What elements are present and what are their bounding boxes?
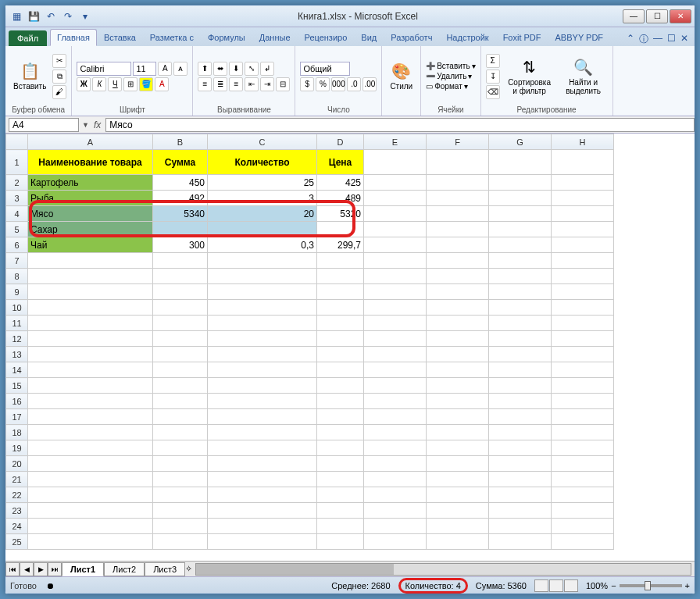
cell[interactable] — [364, 409, 427, 425]
cell[interactable] — [153, 269, 208, 284]
row-header[interactable]: 16 — [6, 394, 28, 409]
cell[interactable] — [208, 222, 317, 237]
cell[interactable] — [427, 253, 489, 269]
row-header[interactable]: 14 — [6, 362, 28, 378]
sheet-tab-1[interactable]: Лист1 — [62, 562, 104, 576]
row-header[interactable]: 7 — [6, 253, 28, 269]
horizontal-scrollbar[interactable] — [195, 563, 691, 576]
cell[interactable] — [489, 284, 552, 300]
cell[interactable] — [153, 362, 208, 378]
fill-icon[interactable]: ↧ — [486, 70, 500, 84]
cell[interactable] — [153, 300, 208, 316]
cell[interactable] — [153, 534, 208, 550]
cell[interactable] — [208, 519, 317, 534]
clear-icon[interactable]: ⌫ — [486, 85, 500, 99]
merge-icon[interactable]: ⊟ — [276, 77, 290, 91]
row-header[interactable]: 17 — [6, 409, 28, 425]
row-header[interactable]: 8 — [6, 269, 28, 284]
save-icon[interactable]: 💾 — [26, 9, 41, 24]
cell[interactable] — [364, 300, 427, 316]
cell[interactable] — [489, 503, 552, 519]
cell[interactable] — [208, 331, 317, 347]
cell[interactable] — [317, 331, 364, 347]
cell[interactable] — [208, 362, 317, 378]
cell[interactable] — [364, 456, 427, 472]
dec-decimal-icon[interactable]: .00 — [362, 77, 377, 91]
format-painter-icon[interactable]: 🖌 — [52, 85, 66, 99]
cell[interactable] — [317, 222, 364, 237]
row-header[interactable]: 11 — [6, 316, 28, 331]
format-cells-button[interactable]: ▭Формат ▾ — [426, 82, 475, 91]
undo-icon[interactable]: ↶ — [43, 9, 59, 24]
number-format-combo[interactable]: Общий — [300, 62, 350, 76]
zoom-out-icon[interactable]: − — [611, 581, 616, 590]
inc-decimal-icon[interactable]: .0 — [347, 77, 361, 91]
cell[interactable] — [552, 534, 614, 550]
cell[interactable] — [489, 534, 552, 550]
cell[interactable] — [317, 394, 364, 409]
cell[interactable] — [427, 394, 489, 409]
bold-button[interactable]: Ж — [77, 77, 91, 91]
minimize-ribbon-icon[interactable]: ⌃ — [627, 33, 634, 46]
align-middle-icon[interactable]: ⬌ — [213, 62, 227, 76]
autosum-icon[interactable]: Σ — [486, 54, 500, 68]
cell[interactable] — [317, 284, 364, 300]
doc-close-icon[interactable]: ✕ — [680, 33, 688, 46]
tab-formulas[interactable]: Формулы — [201, 29, 252, 46]
cell[interactable] — [153, 425, 208, 440]
row-header[interactable]: 25 — [6, 534, 28, 550]
cell[interactable] — [153, 487, 208, 503]
cell[interactable] — [153, 456, 208, 472]
cell[interactable] — [489, 175, 552, 191]
cell[interactable] — [489, 150, 552, 175]
cell[interactable] — [364, 440, 427, 456]
name-box[interactable]: A4 — [9, 118, 79, 132]
cell[interactable] — [153, 284, 208, 300]
cell[interactable] — [552, 222, 614, 237]
cell[interactable] — [28, 331, 153, 347]
cell[interactable] — [427, 331, 489, 347]
cell[interactable] — [489, 222, 552, 237]
view-normal-icon[interactable] — [534, 579, 548, 592]
cell[interactable]: Сумма — [153, 150, 208, 175]
sheet-last-icon[interactable]: ⏭ — [48, 562, 62, 576]
row-header[interactable]: 10 — [6, 300, 28, 316]
tab-abbyy[interactable]: ABBYY PDF — [548, 29, 611, 46]
cell[interactable] — [552, 425, 614, 440]
cell[interactable] — [489, 206, 552, 222]
align-top-icon[interactable]: ⬆ — [198, 62, 212, 76]
cell[interactable] — [208, 503, 317, 519]
underline-button[interactable]: Ч — [108, 77, 122, 91]
cell[interactable] — [208, 347, 317, 362]
cell[interactable] — [427, 269, 489, 284]
new-sheet-icon[interactable]: ✧ — [185, 564, 192, 574]
cell[interactable] — [552, 237, 614, 253]
cell[interactable] — [364, 487, 427, 503]
col-header-C[interactable]: C — [208, 134, 317, 150]
sheet-first-icon[interactable]: ⏮ — [5, 562, 20, 576]
select-all-corner[interactable] — [6, 134, 28, 150]
cell[interactable] — [208, 269, 317, 284]
cell[interactable] — [427, 175, 489, 191]
cell[interactable] — [208, 300, 317, 316]
tab-home[interactable]: Главная — [50, 29, 97, 46]
cell[interactable] — [552, 191, 614, 206]
cell[interactable] — [364, 362, 427, 378]
zoom-level[interactable]: 100% — [586, 581, 608, 590]
cell[interactable] — [28, 316, 153, 331]
cell[interactable] — [552, 519, 614, 534]
cell[interactable] — [489, 362, 552, 378]
col-header-E[interactable]: E — [364, 134, 427, 150]
fill-color-button[interactable]: 🪣 — [139, 77, 153, 91]
cell[interactable] — [28, 503, 153, 519]
doc-max-icon[interactable]: ☐ — [667, 33, 676, 46]
cell[interactable] — [364, 394, 427, 409]
cell[interactable] — [364, 206, 427, 222]
row-header[interactable]: 1 — [6, 150, 28, 175]
percent-icon[interactable]: % — [316, 77, 330, 91]
cell[interactable] — [153, 347, 208, 362]
cell[interactable] — [552, 331, 614, 347]
doc-min-icon[interactable]: — — [653, 33, 662, 46]
border-button[interactable]: ⊞ — [123, 77, 138, 91]
cell[interactable] — [489, 347, 552, 362]
